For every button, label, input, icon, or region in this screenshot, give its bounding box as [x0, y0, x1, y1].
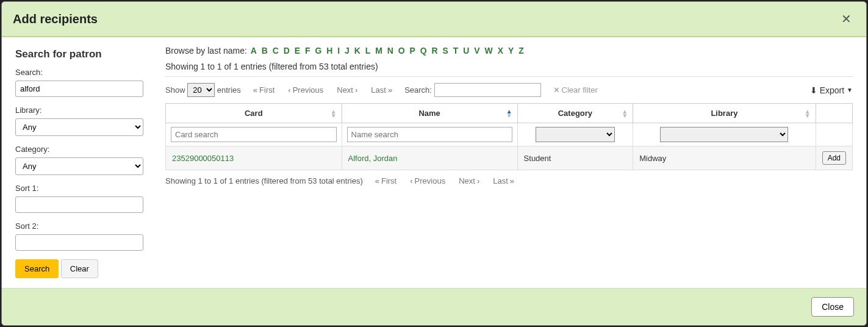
search-button[interactable]: Search: [15, 259, 59, 278]
letter-v[interactable]: V: [474, 46, 479, 56]
letter-u[interactable]: U: [463, 46, 469, 56]
sort2-label: Sort 2:: [15, 221, 147, 231]
col-actions: [816, 104, 852, 123]
library-cell: Midway: [633, 146, 816, 170]
sort-icon: ▲▼: [805, 109, 811, 118]
show-entries: Show 20 entries: [165, 83, 241, 97]
library-select[interactable]: Any: [15, 118, 143, 136]
chevron-right-icon: ›: [355, 85, 357, 95]
category-filter-select[interactable]: [536, 127, 615, 142]
table-header-row: Card ▲▼ Name ▲▼ Category ▲▼ Library: [166, 104, 853, 123]
category-select[interactable]: Any: [15, 157, 143, 175]
x-icon: ✕: [553, 85, 560, 95]
letter-x[interactable]: X: [498, 46, 503, 56]
sort-icon: ▲▼: [622, 109, 628, 118]
divider: [165, 76, 853, 77]
letter-e[interactable]: E: [295, 46, 300, 56]
pager-first-bottom[interactable]: «First: [375, 176, 397, 185]
letter-y[interactable]: Y: [508, 46, 514, 56]
pager-last-label: Last: [371, 85, 386, 95]
export-label: Export: [820, 85, 844, 95]
col-library[interactable]: Library ▲▼: [633, 104, 816, 123]
pager-last[interactable]: Last»: [371, 85, 392, 95]
table-row: 23529000050113 Alford, Jordan Student Mi…: [166, 146, 853, 170]
sort1-input[interactable]: [15, 196, 143, 213]
pager-prev-label: Previous: [293, 85, 324, 95]
search-input[interactable]: [15, 81, 143, 97]
close-icon[interactable]: ✕: [838, 10, 855, 27]
category-cell: Student: [517, 146, 633, 170]
browse-by-lastname: Browse by last name: A B C D E F G H I J…: [165, 46, 853, 56]
sort-asc-icon: ▲▼: [506, 109, 512, 118]
chevron-last-icon: »: [510, 176, 514, 185]
library-filter-select[interactable]: [660, 127, 788, 142]
name-link[interactable]: Alford, Jordan: [348, 154, 398, 163]
pager-last-bottom[interactable]: Last»: [493, 176, 514, 185]
clear-filter[interactable]: ✕ Clear filter: [553, 85, 598, 95]
library-label: Library:: [15, 106, 147, 115]
search-label: Search:: [15, 68, 147, 77]
letter-a[interactable]: A: [251, 46, 257, 56]
export-button[interactable]: ⬇ Export ▼: [810, 85, 853, 95]
chevron-first-icon: «: [253, 85, 257, 95]
letter-l[interactable]: L: [365, 46, 371, 56]
letter-k[interactable]: K: [354, 46, 360, 56]
caret-down-icon: ▼: [847, 87, 853, 93]
pager-prev-label-b: Previous: [415, 176, 446, 185]
letter-q[interactable]: Q: [420, 46, 427, 56]
col-name[interactable]: Name ▲▼: [342, 104, 517, 123]
letter-s[interactable]: S: [443, 46, 448, 56]
entries-info-top: Showing 1 to 1 of 1 entries (filtered fr…: [165, 62, 853, 71]
letter-g[interactable]: G: [315, 46, 321, 56]
table-search-label: Search:: [404, 85, 432, 95]
letter-i[interactable]: I: [337, 46, 340, 56]
modal-body: Search for patron Search: Library: Any C…: [2, 37, 866, 288]
letter-j[interactable]: J: [345, 46, 350, 56]
show-suffix: entries: [217, 85, 241, 95]
col-card[interactable]: Card ▲▼: [166, 104, 342, 123]
letter-c[interactable]: C: [273, 46, 279, 56]
sort-icon: ▲▼: [331, 109, 337, 118]
entries-info-bottom: Showing 1 to 1 of 1 entries (filtered fr…: [165, 176, 363, 185]
letter-t[interactable]: T: [453, 46, 459, 56]
name-filter-input[interactable]: [347, 127, 512, 142]
browse-letters: A B C D E F G H I J K L M N O P Q: [249, 46, 525, 56]
entries-select[interactable]: 20: [187, 83, 215, 97]
sidebar-heading: Search for patron: [15, 48, 147, 60]
pager-next-label: Next: [337, 85, 353, 95]
pager-first-label: First: [259, 85, 274, 95]
add-button[interactable]: Add: [822, 151, 846, 165]
letter-h[interactable]: H: [326, 46, 332, 56]
search-sidebar: Search for patron Search: Library: Any C…: [2, 37, 159, 288]
col-card-label: Card: [245, 109, 263, 118]
sort2-input[interactable]: [15, 234, 143, 251]
letter-o[interactable]: O: [398, 46, 405, 56]
letter-f[interactable]: F: [305, 46, 310, 56]
letter-n[interactable]: N: [387, 46, 393, 56]
col-name-label: Name: [418, 109, 440, 118]
close-button[interactable]: Close: [811, 297, 854, 317]
pager-next-label-b: Next: [459, 176, 475, 185]
letter-r[interactable]: R: [432, 46, 438, 56]
col-category[interactable]: Category ▲▼: [517, 104, 633, 123]
category-label: Category:: [15, 145, 147, 154]
pager-next-bottom[interactable]: Next›: [459, 176, 479, 185]
pager-previous[interactable]: ‹Previous: [288, 85, 323, 95]
pager-next[interactable]: Next›: [337, 85, 357, 95]
clear-button[interactable]: Clear: [61, 259, 98, 278]
card-link[interactable]: 23529000050113: [172, 154, 234, 163]
table-controls-bottom: Showing 1 to 1 of 1 entries (filtered fr…: [165, 176, 853, 185]
pager-previous-bottom[interactable]: ‹Previous: [410, 176, 445, 185]
letter-z[interactable]: Z: [518, 46, 524, 56]
pager-first[interactable]: «First: [253, 85, 275, 95]
letter-b[interactable]: B: [262, 46, 268, 56]
card-filter-input[interactable]: [171, 127, 337, 142]
add-recipients-modal: Add recipients ✕ Search for patron Searc…: [1, 1, 867, 326]
results-panel: Browse by last name: A B C D E F G H I J…: [159, 37, 866, 288]
letter-m[interactable]: M: [375, 46, 382, 56]
pager-first-label-b: First: [381, 176, 396, 185]
letter-w[interactable]: W: [485, 46, 493, 56]
letter-p[interactable]: P: [410, 46, 415, 56]
letter-d[interactable]: D: [284, 46, 290, 56]
table-search-input[interactable]: [434, 83, 541, 97]
